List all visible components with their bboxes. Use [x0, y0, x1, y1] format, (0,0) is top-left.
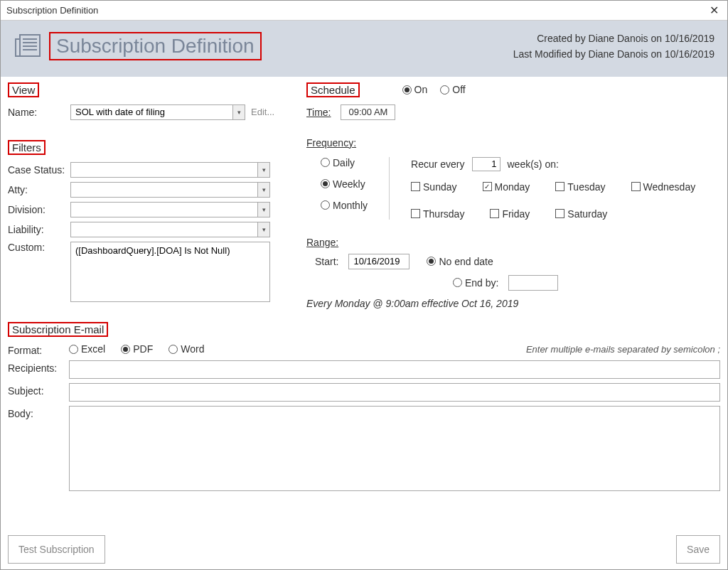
modified-by-text: Last Modified by Diane Danois on 10/16/2… [513, 46, 714, 62]
weekly-label: Weekly [333, 178, 365, 190]
day-wednesday-check[interactable]: Wednesday [631, 181, 696, 193]
liability-input[interactable] [70, 222, 257, 237]
end-by-radio[interactable]: End by: [453, 277, 498, 289]
schedule-on-radio[interactable]: On [402, 84, 428, 95]
no-end-date-radio[interactable]: No end date [427, 256, 493, 267]
schedule-section-title: Schedule [306, 82, 360, 97]
radio-icon [321, 179, 330, 188]
day-thursday-check[interactable]: Thursday [411, 208, 464, 220]
division-combo[interactable]: ▾ [70, 202, 270, 217]
time-label: Time: [306, 107, 331, 118]
division-label: Division: [8, 204, 66, 215]
no-end-label: No end date [439, 256, 493, 267]
email-section-title: Subscription E-mail [8, 322, 108, 337]
created-by-text: Created by Diane Danois on 10/16/2019 [513, 31, 714, 46]
radio-icon [321, 158, 330, 167]
saturday-label: Saturday [567, 208, 607, 220]
tuesday-label: Tuesday [567, 181, 605, 193]
recur-label: Recur every [411, 158, 464, 170]
monday-label: Monday [495, 181, 530, 193]
start-date-input[interactable] [348, 254, 410, 269]
day-saturday-check[interactable]: Saturday [555, 208, 607, 220]
name-combo[interactable]: ▾ [70, 104, 245, 120]
friday-label: Friday [502, 208, 530, 220]
chevron-down-icon[interactable]: ▾ [232, 104, 245, 120]
day-monday-check[interactable]: Monday [483, 181, 530, 193]
schedule-section: Schedule On Off [306, 82, 720, 309]
recipients-hint: Enter multiple e-mails separated by semi… [526, 344, 720, 355]
monthly-label: Monthly [333, 200, 368, 211]
frequency-monthly-radio[interactable]: Monthly [321, 200, 368, 211]
checkbox-icon [411, 209, 420, 218]
atty-input[interactable] [70, 182, 257, 198]
filters-section-title: Filters [8, 140, 46, 155]
newspaper-icon [14, 33, 42, 60]
chevron-down-icon[interactable]: ▾ [257, 222, 270, 237]
liability-combo[interactable]: ▾ [70, 222, 270, 237]
case-status-label: Case Status: [8, 164, 66, 176]
atty-label: Atty: [8, 184, 66, 195]
checkbox-icon [555, 209, 564, 218]
recipients-input[interactable] [69, 360, 720, 379]
format-word-radio[interactable]: Word [168, 343, 204, 355]
test-subscription-button[interactable]: Test Subscription [8, 535, 105, 564]
filters-section: Filters Case Status: ▾ Atty: ▾ [8, 140, 292, 302]
chevron-down-icon[interactable]: ▾ [257, 162, 270, 178]
banner-left: Subscription Definition [14, 32, 262, 60]
frequency-daily-radio[interactable]: Daily [321, 157, 368, 168]
name-input[interactable] [70, 104, 232, 120]
end-by-input[interactable] [508, 275, 558, 291]
window-title: Subscription Definition [6, 5, 98, 16]
format-excel-radio[interactable]: Excel [69, 343, 105, 355]
checkbox-icon [411, 182, 420, 191]
svg-rect-1 [16, 39, 20, 56]
case-status-combo[interactable]: ▾ [70, 162, 270, 178]
day-sunday-check[interactable]: Sunday [411, 181, 456, 193]
frequency-label: Frequency: [306, 137, 356, 149]
save-button[interactable]: Save [676, 535, 720, 564]
word-label: Word [181, 343, 204, 355]
checkbox-icon [483, 182, 492, 191]
range-label: Range: [306, 237, 338, 248]
division-input[interactable] [70, 202, 257, 217]
custom-filter-textarea[interactable]: ([DashboardQuery].[DOA] Is Not Null) [70, 242, 270, 302]
radio-icon [121, 345, 130, 354]
subject-input[interactable] [69, 383, 720, 402]
format-label: Format: [8, 343, 63, 356]
radio-icon [321, 200, 330, 210]
checkbox-icon [490, 209, 499, 218]
recur-input[interactable] [472, 157, 500, 171]
body-textarea[interactable] [69, 406, 720, 491]
on-label: On [414, 84, 428, 95]
recur-unit: week(s) on: [508, 158, 559, 170]
liability-label: Liability: [8, 224, 66, 235]
checkbox-icon [631, 182, 641, 191]
daily-label: Daily [333, 157, 355, 168]
view-section: View Name: ▾ Edit... [8, 82, 292, 120]
chevron-down-icon[interactable]: ▾ [257, 202, 270, 217]
close-icon[interactable]: ✕ [707, 4, 722, 17]
banner: Subscription Definition Created by Diane… [1, 21, 727, 77]
day-tuesday-check[interactable]: Tuesday [555, 181, 605, 193]
edit-link[interactable]: Edit... [251, 107, 274, 117]
radio-icon [69, 345, 78, 354]
pdf-label: PDF [133, 343, 153, 355]
page-title: Subscription Definition [49, 32, 262, 60]
chevron-down-icon[interactable]: ▾ [257, 182, 270, 198]
body-label: Body: [8, 406, 63, 419]
start-label: Start: [315, 256, 338, 267]
radio-icon [440, 85, 449, 95]
checkbox-icon [555, 182, 564, 191]
atty-combo[interactable]: ▾ [70, 182, 270, 198]
frequency-weekly-radio[interactable]: Weekly [321, 178, 368, 190]
view-section-title: View [8, 82, 39, 97]
name-label: Name: [8, 107, 66, 118]
day-friday-check[interactable]: Friday [490, 208, 530, 220]
format-pdf-radio[interactable]: PDF [121, 343, 153, 355]
sunday-label: Sunday [423, 181, 456, 193]
schedule-off-radio[interactable]: Off [440, 84, 465, 95]
titlebar: Subscription Definition ✕ [1, 1, 727, 21]
case-status-input[interactable] [70, 162, 257, 178]
subscription-definition-window: Subscription Definition ✕ Subscription D… [0, 0, 728, 570]
time-input[interactable]: 09:00 AM [341, 104, 395, 120]
